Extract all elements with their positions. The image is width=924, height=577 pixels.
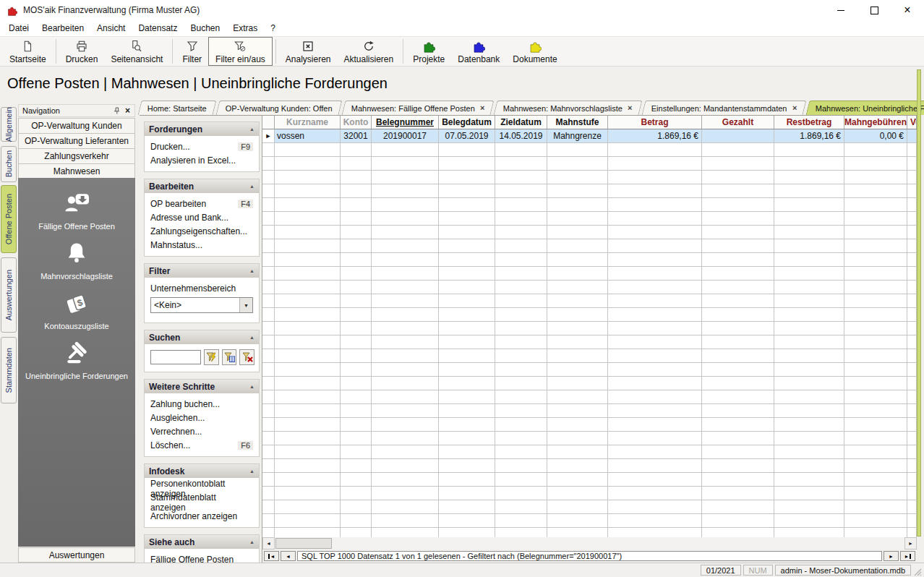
grid-row-empty[interactable] xyxy=(262,432,917,445)
horizontal-scrollbar[interactable]: ◄ ► xyxy=(262,537,917,550)
grid-row-empty[interactable] xyxy=(262,418,917,432)
panel-header[interactable]: Forderungen▲ xyxy=(145,122,259,136)
grid-row-empty[interactable] xyxy=(262,253,917,267)
nav-item-faellige-offene-posten[interactable]: Fällige Offene Posten xyxy=(18,184,135,234)
action-zahlung-buchen[interactable]: Zahlung buchen... xyxy=(145,397,259,411)
chevron-down-icon[interactable]: ▼ xyxy=(239,298,252,312)
col-belegnummer[interactable]: Belegnummer xyxy=(372,116,439,129)
grid-row-empty[interactable] xyxy=(262,322,917,335)
menu-extras[interactable]: Extras xyxy=(226,23,264,33)
grid-row-empty[interactable] xyxy=(262,171,917,184)
cell-mahnstufe[interactable]: Mahngrenze xyxy=(547,129,608,142)
dokumente-button[interactable]: Dokumente xyxy=(506,37,563,66)
grid-row-empty[interactable] xyxy=(262,198,917,212)
cell-kurzname[interactable]: vossen xyxy=(275,129,341,142)
projekte-button[interactable]: Projekte xyxy=(406,37,451,66)
last-record-button[interactable]: ► xyxy=(900,551,915,561)
analysieren-button[interactable]: Analysieren xyxy=(279,37,338,66)
scroll-right-icon[interactable]: ► xyxy=(904,537,917,550)
grid-row-empty[interactable] xyxy=(262,281,917,294)
nav-op-verwaltung-kunden[interactable]: OP-Verwaltung Kunden xyxy=(18,118,135,134)
pin-icon[interactable] xyxy=(111,107,122,115)
col-gezahlt[interactable]: Gezahlt xyxy=(702,116,774,129)
side-tab-buchen[interactable]: Buchen xyxy=(1,146,17,182)
grid-row-empty[interactable] xyxy=(262,487,917,500)
tab-mandantenstammdaten[interactable]: Einstellungen: Mandantenstammdaten× xyxy=(641,101,806,115)
next-record-button[interactable]: ► xyxy=(884,551,899,561)
menu-help[interactable]: ? xyxy=(264,23,282,33)
panel-header[interactable]: Filter▲ xyxy=(145,264,259,278)
col-kurzname[interactable]: Kurzname xyxy=(275,116,341,129)
maximize-button[interactable] xyxy=(857,0,891,20)
tab-uneinbringliche-forderungen[interactable]: Mahnwesen: Uneinbringliche Forderungen× xyxy=(805,101,924,115)
search-input[interactable] xyxy=(150,350,201,364)
panel-header[interactable]: Bearbeiten▲ xyxy=(145,179,259,193)
grid-row-empty[interactable] xyxy=(262,377,917,390)
grid-row-empty[interactable] xyxy=(262,349,917,363)
col-ve[interactable]: Ve xyxy=(907,116,917,129)
col-belegdatum[interactable]: Belegdatum xyxy=(439,116,495,129)
tab-close-icon[interactable]: × xyxy=(628,104,632,112)
cell-konto[interactable]: 32001 xyxy=(341,129,372,142)
nav-op-verwaltung-lieferanten[interactable]: OP-Verwaltung Lieferanten xyxy=(18,133,135,149)
cell-belegdatum[interactable]: 07.05.2019 xyxy=(439,129,495,142)
filter-list-button[interactable] xyxy=(222,349,237,365)
tab-home-startseite[interactable]: Home: Startseite xyxy=(138,101,217,115)
cell-ve[interactable] xyxy=(907,129,917,142)
grid-row-empty[interactable] xyxy=(262,143,917,157)
grid-row-empty[interactable] xyxy=(262,335,917,349)
tab-mahnvorschlagsliste[interactable]: Mahnwesen: Mahnvorschlagsliste× xyxy=(494,101,643,115)
col-zieldatum[interactable]: Zieldatum xyxy=(495,116,547,129)
tab-faellige-offene-posten[interactable]: Mahnwesen: Fällige Offene Posten× xyxy=(341,101,494,115)
side-tab-allgemein[interactable]: Allgemein xyxy=(1,107,17,142)
filter-ein-aus-button[interactable]: Filter ein/aus xyxy=(208,37,273,66)
menu-datensatz[interactable]: Datensatz xyxy=(132,23,184,33)
col-betrag[interactable]: Betrag xyxy=(608,116,702,129)
grid-row-empty[interactable] xyxy=(262,459,917,473)
filter-clear-button[interactable] xyxy=(239,349,254,365)
nav-auswertungen-button[interactable]: Auswertungen xyxy=(18,547,135,563)
first-record-button[interactable]: ◄ xyxy=(264,551,279,561)
side-tab-auswertungen[interactable]: Auswertungen xyxy=(1,257,17,333)
side-tab-offene-posten[interactable]: Offene Posten xyxy=(1,185,17,253)
grid-row-empty[interactable] xyxy=(262,404,917,418)
minimize-button[interactable] xyxy=(824,0,857,20)
panel-header[interactable]: Weitere Schritte▲ xyxy=(145,380,259,393)
filter-apply-button[interactable] xyxy=(204,349,219,365)
menu-bearbeiten[interactable]: Bearbeiten xyxy=(35,23,90,33)
scroll-left-icon[interactable]: ◄ xyxy=(262,537,275,550)
grid-row-empty[interactable] xyxy=(262,294,917,308)
cell-mahngebuehren[interactable]: 0,00 € xyxy=(844,129,907,142)
nav-item-uneinbringliche-forderungen[interactable]: Uneinbringliche Forderungen xyxy=(18,333,135,383)
close-button[interactable]: × xyxy=(891,0,924,20)
grid-row-empty[interactable] xyxy=(262,308,917,322)
col-mahnstufe[interactable]: Mahnstufe xyxy=(547,116,608,129)
tab-close-icon[interactable]: × xyxy=(480,104,484,112)
nav-zahlungsverkehr[interactable]: Zahlungsverkehr xyxy=(18,148,135,164)
grid-row-empty[interactable] xyxy=(262,445,917,459)
menu-ansicht[interactable]: Ansicht xyxy=(90,23,132,33)
side-tab-stammdaten[interactable]: Stammdaten xyxy=(1,337,17,403)
cell-belegnummer[interactable]: 201900017 xyxy=(372,129,439,142)
action-stammdatenblatt[interactable]: Stammdatenblatt anzeigen xyxy=(145,495,259,509)
seitenansicht-button[interactable]: Seitenansicht xyxy=(104,37,169,66)
action-op-bearbeiten[interactable]: OP bearbeitenF4 xyxy=(145,197,259,210)
previous-record-button[interactable]: ◄ xyxy=(281,551,296,561)
cell-restbetrag[interactable]: 1.869,16 € xyxy=(774,129,844,142)
grid-row-empty[interactable] xyxy=(262,267,917,281)
action-drucken[interactable]: Drucken...F9 xyxy=(145,140,259,153)
panel-header[interactable]: Suchen▲ xyxy=(145,330,259,344)
menu-datei[interactable]: Datei xyxy=(2,23,35,33)
grid-row-selected[interactable]: ► vossen 32001 201900017 07.05.2019 14.0… xyxy=(262,129,917,143)
startseite-button[interactable]: Startseite xyxy=(3,37,53,66)
action-adresse-bank[interactable]: Adresse und Bank... xyxy=(145,210,259,224)
grid-row-empty[interactable] xyxy=(262,514,917,528)
filter-button[interactable]: Filter xyxy=(176,37,208,66)
aktualisieren-button[interactable]: Aktualisieren xyxy=(338,37,401,66)
grid-row-empty[interactable] xyxy=(262,157,917,171)
action-verrechnen[interactable]: Verrechnen... xyxy=(145,424,259,438)
scrollbar-thumb[interactable] xyxy=(275,538,332,549)
scrollbar-track[interactable] xyxy=(275,537,904,550)
grid-row-empty[interactable] xyxy=(262,184,917,198)
action-loeschen[interactable]: Löschen...F6 xyxy=(145,438,259,452)
